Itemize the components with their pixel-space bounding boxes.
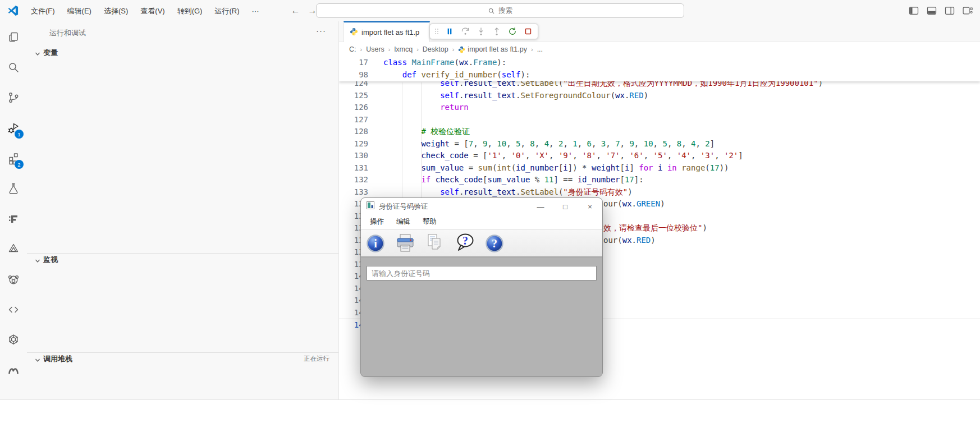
- code-line-129: 129 weight = [7, 9, 10, 5, 8, 4, 2, 1, 6…: [339, 138, 980, 150]
- menu-item-edit[interactable]: 编辑(E): [61, 4, 98, 17]
- section-header-watch[interactable]: 监视: [27, 253, 338, 265]
- layout-panel-icon[interactable]: [926, 5, 937, 16]
- dialog-menu-help[interactable]: 帮助: [423, 217, 437, 227]
- code-line-17: 17class MainFrame(wx.Frame):: [339, 57, 980, 69]
- section-label: 调用堆栈: [43, 354, 72, 364]
- step-over-button[interactable]: [458, 25, 473, 38]
- menu-item-run[interactable]: 运行(R): [208, 4, 245, 17]
- breadcrumb-separator: ›: [452, 46, 455, 53]
- breadcrumb-item[interactable]: Users: [366, 45, 384, 53]
- menu-item-file[interactable]: 文件(F): [25, 4, 61, 17]
- print-icon: [394, 232, 416, 254]
- layout-sidebar-left-icon[interactable]: [908, 5, 919, 16]
- step-into-icon: [476, 26, 486, 36]
- ext-openai-icon: [7, 333, 20, 347]
- restart-button[interactable]: [505, 25, 520, 38]
- section-label: 变量: [43, 48, 58, 58]
- line-number: 129: [339, 138, 376, 150]
- sidebar-title: 运行和调试: [49, 28, 86, 38]
- line-number: 125: [339, 90, 376, 102]
- sticky-scroll: 17class MainFrame(wx.Frame):98 def verif…: [339, 57, 980, 81]
- activity-item-testing[interactable]: [0, 173, 27, 204]
- code-line-98: 98 def verify_id_number(self):: [339, 69, 980, 81]
- pause-button[interactable]: [442, 25, 457, 38]
- dialog-menu-edit[interactable]: 编辑: [396, 217, 410, 227]
- menu-bar: 文件(F)编辑(E)选择(S)查看(V)转到(G)运行(R)···: [25, 6, 265, 16]
- activity-item-ext-flag[interactable]: [0, 204, 27, 234]
- breadcrumb-item[interactable]: lxmcq: [395, 45, 413, 53]
- id-number-input[interactable]: [367, 266, 597, 281]
- line-number: 131: [339, 162, 376, 174]
- print-button[interactable]: [394, 231, 416, 255]
- run-debug-sidebar: 运行和调试 ··· 变量监视调用堆栈正在运行: [27, 21, 339, 399]
- sidebar-more-actions[interactable]: ···: [316, 26, 326, 35]
- dialog-menu-operate[interactable]: 操作: [370, 217, 384, 227]
- section-header-call-stack[interactable]: 调用堆栈正在运行: [27, 352, 338, 365]
- layout-customize-icon[interactable]: [962, 5, 973, 16]
- line-number: 98: [339, 69, 376, 81]
- drag-grip: [432, 25, 441, 38]
- line-number: 133: [339, 186, 376, 199]
- breadcrumb-item[interactable]: C:: [349, 45, 356, 53]
- ext-bear-icon: [7, 273, 20, 286]
- tab-import-flet[interactable]: import flet as ft1.p: [344, 21, 430, 42]
- menu-item-goto[interactable]: 转到(G): [171, 4, 209, 17]
- stop-icon: [523, 26, 533, 36]
- layout-controls: [908, 0, 973, 21]
- activity-item-explorer[interactable]: [0, 22, 27, 52]
- ext-m-icon: [7, 364, 20, 377]
- breadcrumb-separator: ›: [531, 46, 533, 53]
- breadcrumb-item[interactable]: import flet as ft1.py: [458, 45, 527, 53]
- debug-toolbar: [429, 24, 538, 39]
- stop-button[interactable]: [521, 25, 535, 38]
- line-number: 127: [339, 114, 376, 126]
- line-number: 130: [339, 150, 376, 162]
- context-help-button[interactable]: ?: [454, 231, 476, 255]
- copy-button[interactable]: [424, 231, 446, 255]
- close-button[interactable]: ×: [578, 198, 602, 215]
- maximize-button[interactable]: □: [553, 198, 578, 215]
- code-line-130: 130 check_code = ['1', '0', 'X', '9', '8…: [339, 150, 980, 162]
- activity-item-search[interactable]: [0, 52, 27, 82]
- section-header-variables[interactable]: 变量: [27, 47, 338, 59]
- search-input[interactable]: 搜索: [316, 3, 684, 18]
- code-text: return: [383, 102, 469, 114]
- breadcrumb: C:›Users›lxmcq›Desktop›import flet as ft…: [339, 42, 980, 57]
- step-into-button[interactable]: [474, 25, 488, 38]
- help-button[interactable]: ?: [483, 231, 506, 255]
- badge: 1: [15, 130, 24, 139]
- title-bar: 文件(F)编辑(E)选择(S)查看(V)转到(G)运行(R)··· ← → 搜索: [0, 0, 980, 21]
- back-arrow-icon[interactable]: ←: [291, 6, 300, 16]
- activity-item-extensions[interactable]: 2: [0, 143, 27, 173]
- menu-item-selection[interactable]: 选择(S): [98, 4, 134, 17]
- code-text: self.result_text.SetLabel("身份证号码有效"): [383, 186, 633, 199]
- dialog-title: 身份证号码验证: [379, 202, 524, 211]
- dialog-title-bar[interactable]: 身份证号码验证 —□×: [361, 198, 602, 215]
- dialog-app-icon: [367, 201, 374, 211]
- minimize-button[interactable]: —: [528, 198, 553, 215]
- activity-item-ext-m[interactable]: [0, 355, 27, 385]
- breadcrumb-item[interactable]: Desktop: [423, 45, 448, 53]
- menu-item-view[interactable]: 查看(V): [134, 4, 171, 17]
- activity-item-ext-bear[interactable]: [0, 264, 27, 295]
- info-icon: i: [364, 232, 387, 254]
- activity-item-ext-knot[interactable]: [0, 234, 27, 264]
- step-out-button[interactable]: [489, 25, 504, 38]
- activity-item-ext-openai[interactable]: [0, 325, 27, 355]
- activity-item-ext-code-brackets[interactable]: [0, 295, 27, 325]
- python-file-icon: [350, 27, 358, 38]
- python-file-icon: [458, 46, 465, 53]
- breadcrumb-separator: ›: [388, 46, 391, 53]
- menu-item-more[interactable]: ···: [245, 4, 265, 17]
- dialog-toolbar: i??: [361, 229, 602, 258]
- tab-label: import flet as ft1.p: [361, 28, 419, 36]
- ext-flag-icon: [7, 212, 20, 226]
- breadcrumb-item[interactable]: ...: [537, 45, 543, 53]
- layout-sidebar-right-icon[interactable]: [944, 5, 955, 16]
- activity-item-run-and-debug[interactable]: 1: [0, 113, 27, 143]
- code-line-131: 131 sum_value = sum(int(id_number[i]) * …: [339, 162, 980, 174]
- info-button[interactable]: i: [364, 231, 387, 255]
- activity-item-source-control[interactable]: [0, 82, 27, 113]
- line-number: 128: [339, 126, 376, 138]
- code-line-133: 133 self.result_text.SetLabel("身份证号码有效"): [339, 186, 980, 199]
